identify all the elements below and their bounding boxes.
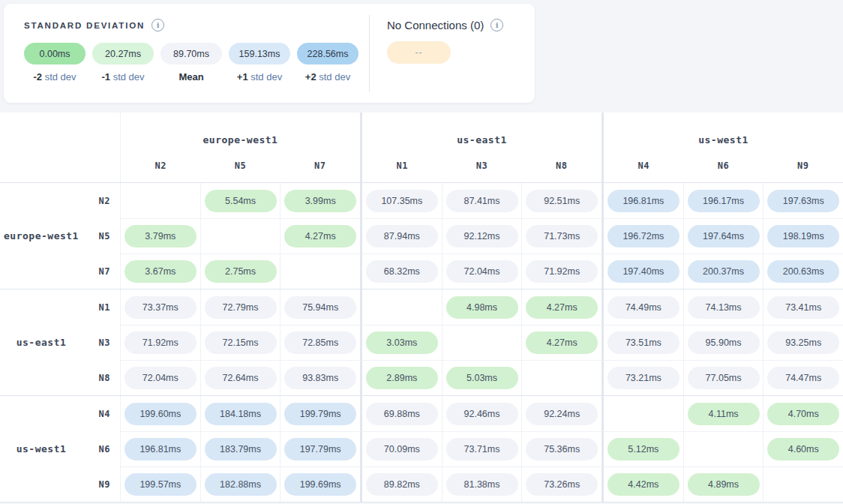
latency-cell: 196.81ms: [602, 183, 683, 218]
node-label: N9: [82, 466, 120, 502]
latency-cell: 73.71ms: [442, 431, 522, 466]
latency-cell: [121, 183, 200, 218]
latency-cell: 92.46ms: [442, 396, 522, 431]
latency-pill: 72.79ms: [205, 296, 277, 319]
latency-cell: 72.64ms: [200, 360, 280, 395]
node-label: N8: [82, 360, 120, 395]
latency-cell: 199.69ms: [280, 466, 360, 502]
matrix-row: N9199.57ms182.88ms199.69ms89.82ms81.38ms…: [82, 466, 843, 502]
latency-pill: 75.94ms: [284, 296, 356, 319]
legend-item: 159.13ms +1 std dev: [229, 43, 290, 82]
latency-cell: 182.88ms: [200, 466, 280, 502]
matrix-header: europe-west1N2N5N7us-east1N1N3N8us-west1…: [0, 112, 843, 183]
latency-pill: 92.24ms: [526, 403, 598, 425]
latency-pill: 89.82ms: [366, 473, 438, 496]
latency-cell: 75.36ms: [521, 431, 602, 466]
latency-pill: 4.70ms: [767, 403, 839, 425]
info-icon[interactable]: i: [490, 19, 503, 32]
standard-deviation-section: STANDARD DEVIATION i 0.00ms -2 std dev 2…: [4, 4, 369, 103]
latency-cell: 93.83ms: [280, 360, 360, 395]
info-icon[interactable]: i: [152, 19, 164, 32]
latency-pill: 2.75ms: [205, 260, 277, 283]
latency-pill: 199.60ms: [124, 403, 196, 425]
latency-cell: 3.79ms: [121, 218, 200, 254]
latency-matrix: europe-west1N2N5N7us-east1N1N3N8us-west1…: [0, 112, 843, 502]
no-connections-section: No Connections (0) i --: [370, 4, 503, 103]
latency-pill: 69.88ms: [366, 403, 438, 425]
matrix-row-cells: 5.54ms3.99ms107.35ms87.41ms92.51ms196.81…: [120, 183, 843, 218]
latency-cell: 72.79ms: [200, 290, 280, 325]
latency-pill: 93.25ms: [767, 332, 839, 354]
latency-cell: 74.13ms: [683, 290, 764, 325]
latency-cell: 200.63ms: [763, 254, 843, 289]
latency-pill: 199.79ms: [284, 403, 356, 425]
row-group: europe-west1N25.54ms3.99ms107.35ms87.41m…: [0, 183, 843, 289]
latency-cell: 87.41ms: [442, 183, 522, 218]
latency-cell: [442, 325, 522, 360]
no-connections-pill: --: [387, 41, 451, 64]
row-group: us-west1N4199.60ms184.18ms199.79ms69.88m…: [0, 395, 843, 502]
latency-pill: 198.19ms: [767, 225, 839, 248]
latency-cell: 5.03ms: [442, 360, 522, 395]
latency-cell: 74.47ms: [763, 360, 843, 395]
column-node-label: N3: [442, 148, 521, 182]
latency-cell: 200.37ms: [683, 254, 764, 289]
region-label: us-east1: [0, 290, 82, 395]
matrix-row-cells: 73.37ms72.79ms75.94ms4.98ms4.27ms74.49ms…: [120, 290, 843, 325]
latency-pill: 4.27ms: [526, 332, 598, 354]
latency-pill: 4.27ms: [284, 225, 356, 248]
legend-pill: 89.70ms: [160, 43, 222, 64]
matrix-body: europe-west1N25.54ms3.99ms107.35ms87.41m…: [0, 183, 843, 502]
corner-cell: [0, 112, 120, 182]
latency-pill: 5.54ms: [205, 190, 277, 212]
latency-cell: 73.37ms: [121, 290, 200, 325]
latency-cell: [200, 218, 280, 254]
latency-pill: 73.51ms: [608, 332, 680, 354]
latency-pill: 197.79ms: [284, 438, 356, 460]
latency-cell: 77.05ms: [683, 360, 764, 395]
legend-item: 89.70ms Mean: [160, 43, 222, 82]
matrix-row: N73.67ms2.75ms68.32ms72.04ms71.92ms197.4…: [82, 254, 843, 289]
latency-cell: 73.41ms: [763, 290, 843, 325]
legend-label: +1 std dev: [237, 71, 282, 82]
column-group: us-west1N4N6N9: [602, 112, 843, 182]
latency-cell: 5.12ms: [602, 431, 683, 466]
latency-pill: 4.89ms: [688, 473, 760, 496]
column-group-label: us-east1: [362, 112, 602, 148]
latency-pill: 2.89ms: [366, 367, 438, 389]
latency-cell: 196.81ms: [121, 431, 200, 466]
latency-cell: 197.40ms: [602, 254, 683, 289]
legend-item: 0.00ms -2 std dev: [24, 43, 86, 82]
latency-pill: 73.26ms: [526, 473, 598, 496]
column-nodes: N4N6N9: [604, 148, 843, 182]
matrix-row-cells: 196.81ms183.79ms197.79ms70.09ms73.71ms75…: [120, 431, 843, 466]
latency-cell: 75.94ms: [280, 290, 360, 325]
latency-cell: 81.38ms: [442, 466, 522, 502]
latency-cell: 198.19ms: [763, 218, 843, 254]
latency-cell: 4.89ms: [683, 466, 764, 502]
latency-pill: 200.63ms: [767, 260, 839, 283]
column-node-label: N6: [683, 148, 763, 182]
latency-cell: 183.79ms: [200, 431, 280, 466]
node-label: N2: [82, 183, 120, 218]
column-node-label: N4: [604, 148, 683, 182]
legend-items: 0.00ms -2 std dev 20.27ms -1 std dev 89.…: [24, 43, 358, 82]
latency-pill: 197.63ms: [767, 190, 839, 212]
latency-pill: 71.92ms: [124, 332, 196, 354]
latency-pill: 196.81ms: [608, 190, 680, 212]
column-nodes: N2N5N7: [121, 148, 360, 182]
latency-pill: 72.85ms: [284, 332, 356, 354]
latency-cell: 4.11ms: [683, 396, 764, 431]
latency-cell: 73.26ms: [521, 466, 602, 502]
matrix-column-groups: europe-west1N2N5N7us-east1N1N3N8us-west1…: [120, 112, 843, 182]
latency-pill: 182.88ms: [205, 473, 277, 496]
matrix-row: N6196.81ms183.79ms197.79ms70.09ms73.71ms…: [82, 431, 843, 466]
matrix-row: N53.79ms4.27ms87.94ms92.12ms71.73ms196.7…: [82, 218, 843, 254]
latency-cell: 3.99ms: [280, 183, 360, 218]
latency-pill: 75.36ms: [526, 438, 598, 460]
latency-cell: [521, 360, 602, 395]
latency-cell: 5.54ms: [200, 183, 280, 218]
latency-cell: 197.63ms: [763, 183, 843, 218]
latency-pill: 72.04ms: [124, 367, 196, 389]
latency-pill: 4.98ms: [446, 296, 518, 319]
